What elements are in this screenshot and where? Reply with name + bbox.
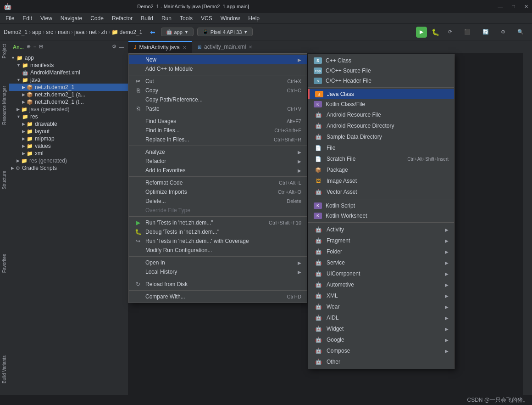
ctx-item-run-coverage[interactable]: ↪Run 'Tests in 'net.zh.dem...' with Cove… [129,236,307,246]
sub-item-vector-asset[interactable]: 🤖 Vector Asset [308,186,454,197]
sub-item-java-class[interactable]: J Java Class [308,89,454,99]
build-variants-label[interactable]: Build Variants [2,355,7,383]
ctx-item-modify-run[interactable]: Modify Run Configuration... [129,246,307,255]
settings-button[interactable]: ⚙ [496,28,510,36]
tree-item-layout[interactable]: ▶ 📁 layout [9,128,128,135]
menu-navigate[interactable]: Navigate [57,14,86,22]
ctx-item-compare[interactable]: Compare With... Ctrl+D [129,292,307,301]
menu-window[interactable]: Window [217,14,244,22]
menu-edit[interactable]: Edit [19,14,36,22]
sub-item-kotlin-script[interactable]: K Kotlin Script [308,201,454,211]
debug-button[interactable]: 🐛 [430,27,441,38]
tree-item-res-generated[interactable]: ▶ 📁 res (generated) [9,157,128,164]
menu-code[interactable]: Code [87,14,107,22]
tree-item-package-main[interactable]: ▶ 📦 net.zh.demo2_1 [9,84,128,91]
minimize-btn[interactable]: — [498,4,503,10]
menu-vcs[interactable]: VCS [197,14,216,22]
ctx-item-local-history[interactable]: Local History ▶ [129,267,307,276]
ctx-item-copy-path[interactable]: Copy Path/Reference... [129,95,307,104]
bc-src[interactable]: src [46,29,53,35]
sub-item-folder[interactable]: 🤖 Folder ▶ [308,246,454,257]
sub-item-kotlin-worksheet[interactable]: K Kotlin Worksheet [308,211,454,221]
ctx-item-debug-tests[interactable]: 🐛Debug 'Tests in 'net.zh.dem...'' [129,227,307,236]
sync-button[interactable]: 🔄 [478,28,493,36]
bc-demo2_1[interactable]: demo2_1 [119,29,142,35]
tab-mainactivity[interactable]: J MainActivity.java ✕ [128,41,192,53]
bc-zh[interactable]: zh [101,29,107,35]
menu-build[interactable]: Build [137,14,157,22]
sub-item-fragment[interactable]: 🤖 Fragment ▶ [308,235,454,246]
sub-item-kotlin-class[interactable]: K Kotlin Class/File [308,99,454,109]
sync-project-icon[interactable]: ⊕ [27,44,31,50]
tree-item-xml[interactable]: ▶ 📁 xml [9,150,128,157]
menu-view[interactable]: View [37,14,56,22]
tree-item-values[interactable]: ▶ 📁 values [9,142,128,150]
ctx-item-analyze[interactable]: Analyze ▶ [129,147,307,157]
ctx-item-delete[interactable]: Delete... Delete [129,197,307,206]
menu-refactor[interactable]: Refactor [108,14,136,22]
run-button[interactable]: ▶ [416,27,427,38]
project-panel-label[interactable]: Project [2,44,7,58]
bc-net[interactable]: net [89,29,97,35]
tree-item-gradle[interactable]: ▶ ⚙ Gradle Scripts [9,164,128,172]
tree-item-java-generated[interactable]: ▶ 📁 java (generated) [9,106,128,113]
favorites-label[interactable]: Favorites [2,254,7,273]
sub-item-cpp-class[interactable]: S C++ Class [308,56,454,66]
sub-item-wear[interactable]: 🤖 Wear ▶ [308,301,454,312]
tree-item-mipmap[interactable]: ▶ 📁 mipmap [9,135,128,142]
sub-item-android-resource-dir[interactable]: 🤖 Android Resource Directory [308,120,454,131]
tab-mainactivity-close[interactable]: ✕ [183,45,186,50]
sub-item-image-asset[interactable]: 🖼 Image Asset [308,175,454,186]
ctx-item-refactor[interactable]: Refactor ▶ [129,157,307,166]
sub-item-other[interactable]: 🤖 Other [308,356,454,367]
bc-app[interactable]: app [32,29,41,35]
expand-icon[interactable]: ⊞ [39,44,43,50]
ctx-item-optimize[interactable]: Optimize Imports Ctrl+Alt+O [129,187,307,197]
menu-run[interactable]: Run [158,14,175,22]
maximize-btn[interactable]: □ [512,4,515,10]
sub-item-scratch-file[interactable]: 📄 Scratch File Ctrl+Alt+Shift+Insert [308,153,454,164]
sub-item-activity[interactable]: 🤖 Activity ▶ [308,224,454,235]
profile-button[interactable]: ⟳ [443,28,457,36]
ctx-item-find-files[interactable]: Find in Files... Ctrl+Shift+F [129,126,307,135]
sub-item-aidl[interactable]: 🤖 AIDL ▶ [308,312,454,323]
tree-item-drawable[interactable]: ▶ 📁 drawable [9,120,128,128]
sub-item-android-resource-file[interactable]: 🤖 Android Resource File [308,109,454,120]
structure-label[interactable]: Structure [2,171,7,190]
sub-item-compose[interactable]: 🤖 Compose ▶ [308,345,454,356]
tree-item-manifests[interactable]: ▼ 📁 manifests [9,62,128,69]
sub-item-cpp-source[interactable]: cpp C/C++ Source File [308,66,454,76]
collapse-icon[interactable]: ≡ [33,44,36,50]
bc-java[interactable]: java [74,29,84,35]
sub-item-package[interactable]: 📦 Package [308,164,454,175]
ctx-item-reload[interactable]: ↻Reload from Disk [129,280,307,289]
ctx-item-copy[interactable]: ⎘Copy Ctrl+C [129,86,307,95]
ctx-item-add-favorites[interactable]: Add to Favorites ▶ [129,166,307,175]
menu-tools[interactable]: Tools [176,14,196,22]
ctx-item-reformat[interactable]: Reformat Code Ctrl+Alt+L [129,178,307,187]
menu-help[interactable]: Help [244,14,263,22]
device-selector[interactable]: 📱 Pixel 4 API 33 ▼ [197,28,253,36]
sub-item-automotive[interactable]: 🤖 Automotive ▶ [308,279,454,290]
tree-item-app[interactable]: ▼ 📁 app [9,54,128,62]
menu-file[interactable]: File [2,14,18,22]
tab-activitymain-close[interactable]: ✕ [249,45,252,50]
nav-back-icon[interactable]: ⬅ [150,28,155,36]
sub-item-xml[interactable]: 🤖 XML ▶ [308,290,454,301]
ctx-item-paste[interactable]: ⎗Paste Ctrl+V [129,104,307,113]
close-btn[interactable]: ✕ [524,4,528,10]
hide-panel-icon[interactable]: — [119,44,124,50]
sub-item-cpp-header[interactable]: h C/C++ Header File [308,76,454,86]
tree-item-package-t[interactable]: ▶ 📦 net.zh.demo2_1 (t... [9,98,128,106]
ctx-item-cut[interactable]: ✂Cut Ctrl+X [129,77,307,86]
ctx-item-find-usages[interactable]: Find Usages Alt+F7 [129,117,307,126]
sub-item-widget[interactable]: 🤖 Widget ▶ [308,323,454,334]
sub-item-sample-data[interactable]: 🤖 Sample Data Directory [308,131,454,142]
sub-item-google[interactable]: 🤖 Google ▶ [308,334,454,345]
tree-item-androidmanifest[interactable]: 🤖 AndroidManifest.xml [9,69,128,76]
bc-demo2[interactable]: Demo2_1 [4,29,28,35]
tree-item-res[interactable]: ▼ 📁 res [9,113,128,120]
tree-item-package-a[interactable]: ▶ 📦 net.zh.demo2_1 (a... [9,91,128,98]
app-selector[interactable]: 🤖 app ▼ [161,28,194,36]
sub-item-service[interactable]: 🤖 Service ▶ [308,257,454,268]
